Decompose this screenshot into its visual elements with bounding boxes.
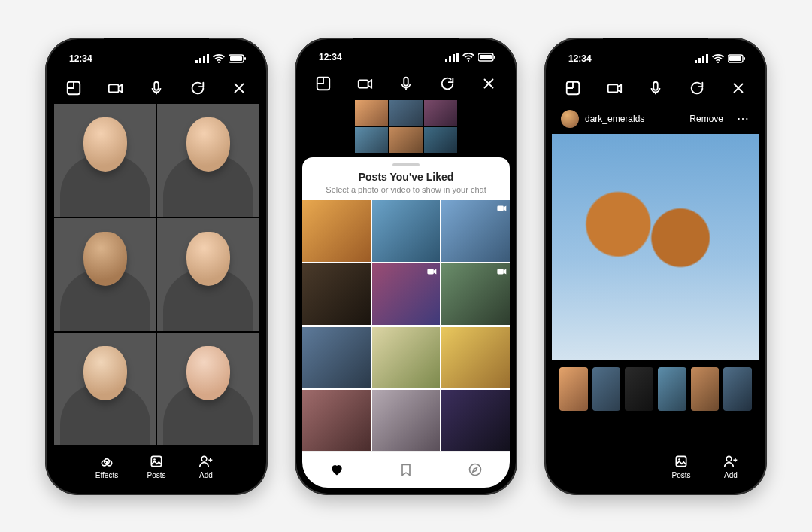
- phone-mockup-videochat: 12:34 Effects: [45, 38, 268, 495]
- microphone-button[interactable]: [645, 78, 666, 99]
- status-time: 12:34: [568, 53, 592, 64]
- call-toolbar: [53, 72, 260, 104]
- effects-label: Effects: [95, 471, 118, 479]
- remove-post-button[interactable]: Remove: [689, 114, 723, 124]
- close-button[interactable]: [478, 73, 499, 94]
- liked-posts-grid: [302, 200, 510, 451]
- mini-tile[interactable]: [355, 100, 388, 126]
- video-tile[interactable]: [54, 218, 156, 331]
- shared-post-media[interactable]: [552, 134, 759, 360]
- wifi-icon: [212, 53, 226, 64]
- mini-tile[interactable]: [389, 127, 423, 153]
- posts-button[interactable]: Posts: [666, 454, 696, 479]
- effects-button[interactable]: Effects: [92, 454, 122, 479]
- sheet-title: Posts You've Liked: [302, 171, 510, 183]
- wifi-icon: [462, 52, 475, 62]
- mini-tile[interactable]: [355, 127, 388, 153]
- switch-camera-button[interactable]: [437, 73, 458, 94]
- more-options-button[interactable]: ⋯: [737, 111, 750, 126]
- camera-toggle-button[interactable]: [604, 78, 625, 99]
- shared-post-header: dark_emeralds Remove ⋯: [552, 104, 759, 134]
- posts-button[interactable]: Posts: [141, 454, 171, 479]
- layout-button[interactable]: [63, 78, 84, 99]
- video-badge-icon: [496, 266, 507, 277]
- call-bottom-bar: Effects Posts Add: [53, 445, 260, 488]
- strip-tile[interactable]: [658, 367, 686, 411]
- tab-explore[interactable]: [460, 462, 490, 477]
- layout-button[interactable]: [562, 78, 583, 99]
- wifi-icon: [711, 53, 725, 64]
- picker-tabs: [302, 451, 510, 488]
- battery-icon: [478, 53, 496, 62]
- minimized-participants: [353, 100, 459, 153]
- video-badge-icon: [426, 266, 437, 277]
- posts-label: Posts: [671, 471, 690, 479]
- mini-tile[interactable]: [389, 100, 423, 126]
- post-thumbnail[interactable]: [441, 327, 510, 388]
- post-thumbnail[interactable]: [372, 390, 441, 451]
- add-person-button[interactable]: Add: [716, 454, 746, 479]
- switch-camera-button[interactable]: [686, 78, 707, 99]
- tab-liked[interactable]: [322, 462, 352, 477]
- tab-saved[interactable]: [391, 462, 421, 477]
- posts-label: Posts: [147, 471, 165, 479]
- author-username[interactable]: dark_emeralds: [585, 114, 644, 124]
- switch-camera-button[interactable]: [187, 78, 208, 99]
- video-tile[interactable]: [54, 104, 156, 217]
- close-button[interactable]: [229, 78, 250, 99]
- participants-strip: [552, 360, 759, 411]
- video-tile[interactable]: [157, 218, 259, 331]
- mini-tile[interactable]: [424, 127, 457, 153]
- layout-button[interactable]: [313, 73, 334, 94]
- author-avatar[interactable]: [561, 110, 579, 128]
- call-bottom-bar: Posts Add: [552, 445, 759, 488]
- post-thumbnail[interactable]: [441, 263, 510, 325]
- post-thumbnail[interactable]: [302, 263, 371, 325]
- video-badge-icon: [496, 203, 507, 214]
- post-thumbnail[interactable]: [372, 200, 441, 262]
- sheet-handle[interactable]: [392, 163, 420, 166]
- add-label: Add: [724, 471, 738, 479]
- battery-icon: [728, 54, 746, 63]
- phone-notch: [104, 38, 209, 56]
- camera-toggle-button[interactable]: [354, 73, 375, 94]
- close-button[interactable]: [728, 78, 749, 99]
- strip-tile[interactable]: [625, 367, 653, 411]
- phone-mockup-picker: 12:34 Posts You've Liked Selec: [295, 38, 517, 495]
- add-label: Add: [199, 471, 213, 479]
- call-toolbar: [552, 72, 759, 104]
- battery-icon: [229, 54, 247, 63]
- microphone-button[interactable]: [146, 78, 167, 99]
- video-tile[interactable]: [54, 333, 156, 445]
- strip-tile[interactable]: [559, 367, 588, 411]
- strip-tile[interactable]: [723, 367, 752, 411]
- status-time: 12:34: [69, 53, 92, 64]
- phone-notch: [603, 38, 708, 56]
- post-thumbnail[interactable]: [302, 390, 371, 451]
- participants-grid: [53, 104, 260, 445]
- post-thumbnail[interactable]: [441, 200, 510, 262]
- post-thumbnail[interactable]: [372, 263, 441, 325]
- mini-tile[interactable]: [424, 100, 457, 126]
- status-time: 12:34: [319, 52, 342, 62]
- microphone-button[interactable]: [395, 73, 417, 94]
- call-toolbar: [302, 69, 510, 98]
- camera-toggle-button[interactable]: [105, 78, 126, 99]
- strip-tile[interactable]: [592, 367, 621, 411]
- sheet-subtitle: Select a photo or video to show in your …: [302, 185, 510, 194]
- video-tile[interactable]: [157, 104, 259, 217]
- post-thumbnail[interactable]: [441, 390, 510, 451]
- add-person-button[interactable]: Add: [191, 454, 221, 479]
- phone-mockup-cowatch: 12:34 dark_emeralds Remove ⋯: [544, 38, 767, 495]
- strip-tile[interactable]: [691, 367, 720, 411]
- phone-notch: [353, 38, 459, 56]
- video-tile[interactable]: [157, 333, 259, 445]
- post-thumbnail[interactable]: [302, 327, 371, 388]
- post-thumbnail[interactable]: [302, 200, 371, 262]
- posts-picker-sheet: Posts You've Liked Select a photo or vid…: [302, 157, 510, 488]
- post-thumbnail[interactable]: [372, 327, 441, 388]
